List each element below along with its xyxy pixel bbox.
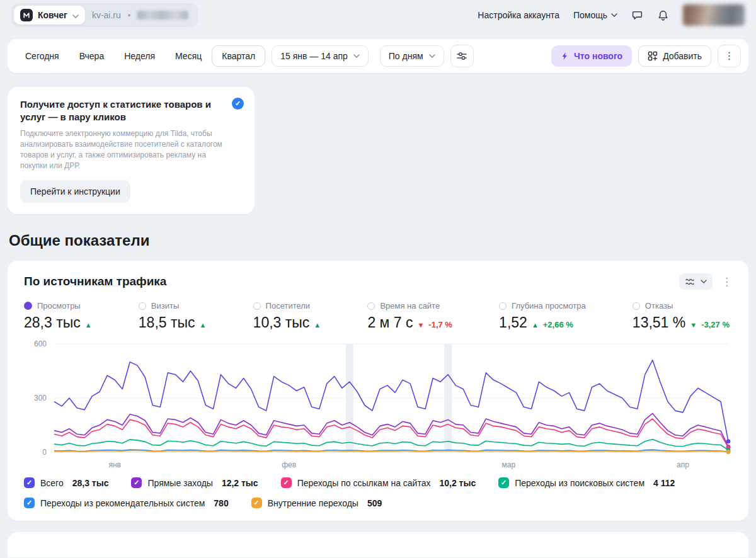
period-tab-1[interactable]: Вчера xyxy=(69,45,115,67)
trend-arrow-icon: ▲ xyxy=(85,321,92,329)
traffic-chart-svg: 0300600янвфевмарапр xyxy=(24,340,732,474)
legend-value: 780 xyxy=(214,498,228,508)
traffic-chart[interactable]: 0300600янвфевмарапр xyxy=(24,340,732,474)
traffic-sources-widget: По источникам трафика ⋮ Просмотры28,3 ты… xyxy=(8,261,748,521)
metric-value: 28,3 тыс▲ xyxy=(24,314,92,331)
metric-tabs: Просмотры28,3 тыс▲Визиты18,5 тыс▲Посетит… xyxy=(24,301,732,331)
period-tabs: СегодняВчераНеделяМесяцКвартал xyxy=(15,45,265,67)
legend-checkbox[interactable]: ✓ xyxy=(251,498,262,508)
metric-tab[interactable]: Отказы13,51 %▼-3,27 % xyxy=(633,301,730,331)
legend-label: Переходы из рекомендательных систем xyxy=(40,498,205,508)
grouping-label: По дням xyxy=(389,51,423,61)
date-range-picker[interactable]: 15 янв — 14 апр xyxy=(272,45,369,67)
metric-value: 18,5 тыс▲ xyxy=(139,314,207,331)
trend-arrow-icon: ▼ xyxy=(690,321,697,329)
whats-new-label: Что нового xyxy=(574,51,622,61)
grouping-select[interactable]: По дням xyxy=(380,45,444,67)
top-bar-right: Настройка аккаунта Помощь xyxy=(478,4,745,26)
svg-text:0: 0 xyxy=(42,448,47,457)
metric-radio[interactable] xyxy=(499,302,507,310)
site-domain[interactable]: kv-ai.ru xyxy=(92,10,121,20)
top-bar: Ковчег kv-ai.ru • Настройка аккаунта Пом… xyxy=(0,0,756,30)
metric-value: 1,52▲+2,66 % xyxy=(499,314,586,331)
trend-arrow-icon: ▲ xyxy=(314,321,321,329)
counter-name: Ковчег xyxy=(38,10,67,20)
metric-tab[interactable]: Просмотры28,3 тыс▲ xyxy=(24,301,92,331)
add-grid-icon xyxy=(648,51,658,61)
period-tab-0[interactable]: Сегодня xyxy=(15,45,69,67)
legend-checkbox[interactable]: ✓ xyxy=(281,477,292,488)
metric-change: -1,7 % xyxy=(428,320,452,329)
svg-text:300: 300 xyxy=(34,394,47,402)
account-settings-link[interactable]: Настройка аккаунта xyxy=(478,10,559,20)
add-widget-button[interactable]: Добавить xyxy=(638,45,711,67)
censored-counter-id xyxy=(137,11,188,20)
legend-item[interactable]: ✓Внутренние переходы509 xyxy=(251,498,382,508)
chat-icon[interactable] xyxy=(631,9,643,21)
legend-value: 28,3 тыс xyxy=(72,478,109,488)
metric-radio[interactable] xyxy=(139,302,146,310)
whats-new-button[interactable]: Что нового xyxy=(551,45,632,67)
metric-value: 13,51 %▼-3,27 % xyxy=(633,314,730,331)
widget-title: По источникам трафика xyxy=(24,275,166,288)
svg-text:фев: фев xyxy=(282,460,296,469)
metric-label: Время на сайте xyxy=(380,301,440,310)
period-tab-3[interactable]: Месяц xyxy=(165,45,212,67)
promo-card: Получите доступ к статистике товаров и у… xyxy=(8,87,255,214)
period-tab-4[interactable]: Квартал xyxy=(212,45,265,67)
metric-tab[interactable]: Время на сайте2 м 7 с▼-1,7 % xyxy=(367,301,452,331)
legend-checkbox[interactable]: ✓ xyxy=(131,477,142,488)
legend-label: Переходы по ссылкам на сайтах xyxy=(297,478,431,488)
user-avatar-blurred[interactable] xyxy=(683,4,745,26)
metric-radio[interactable] xyxy=(367,302,375,310)
kebab-icon: ⋮ xyxy=(721,276,732,288)
next-widget-partial xyxy=(8,532,748,557)
promo-title: Получите доступ к статистике товаров и у… xyxy=(20,98,223,123)
toolbar-kebab-menu[interactable]: ⋮ xyxy=(718,45,741,67)
metric-radio[interactable] xyxy=(253,302,261,310)
svg-text:апр: апр xyxy=(677,460,689,469)
legend-value: 4 112 xyxy=(653,478,675,488)
svg-text:янв: янв xyxy=(108,460,121,469)
period-tab-2[interactable]: Неделя xyxy=(114,45,165,67)
metric-radio[interactable] xyxy=(633,302,640,310)
legend-checkbox[interactable]: ✓ xyxy=(24,477,35,488)
chart-type-selector[interactable] xyxy=(679,273,713,290)
metric-tab[interactable]: Посетители10,3 тыс▲ xyxy=(253,301,321,331)
verified-check-icon: ✓ xyxy=(232,98,244,110)
metric-tab[interactable]: Глубина просмотра1,52▲+2,66 % xyxy=(499,301,586,331)
help-menu[interactable]: Помощь xyxy=(573,10,617,20)
legend-item[interactable]: ✓Прямые заходы12,2 тыс xyxy=(131,477,258,488)
legend-item[interactable]: ✓Переходы из поисковых систем4 112 xyxy=(498,477,675,488)
metric-tab[interactable]: Визиты18,5 тыс▲ xyxy=(139,301,207,331)
svg-text:600: 600 xyxy=(34,340,47,348)
chart-legend: ✓Всего28,3 тыс✓Прямые заходы12,2 тыс✓Пер… xyxy=(24,477,732,508)
legend-item[interactable]: ✓Переходы из рекомендательных систем780 xyxy=(24,498,229,508)
metric-value: 10,3 тыс▲ xyxy=(253,314,321,331)
legend-checkbox[interactable]: ✓ xyxy=(24,498,35,508)
legend-item[interactable]: ✓Всего28,3 тыс xyxy=(24,477,108,488)
segment-filter-button[interactable] xyxy=(450,45,474,67)
notifications-bell-icon[interactable] xyxy=(657,9,669,21)
legend-checkbox[interactable]: ✓ xyxy=(498,477,509,488)
kebab-icon: ⋮ xyxy=(724,50,735,61)
metric-label: Визиты xyxy=(151,301,179,310)
chevron-down-icon xyxy=(72,9,79,21)
breadcrumb-separator: • xyxy=(128,11,131,20)
metric-radio[interactable] xyxy=(24,302,32,310)
section-title: Общие показатели xyxy=(9,232,756,249)
add-widget-label: Добавить xyxy=(663,51,702,61)
widget-kebab-menu[interactable]: ⋮ xyxy=(721,276,732,287)
promo-instruction-button[interactable]: Перейти к инструкции xyxy=(20,180,130,203)
legend-label: Внутренние переходы xyxy=(268,498,358,508)
legend-label: Переходы из поисковых систем xyxy=(515,478,644,488)
lightning-icon xyxy=(561,52,569,60)
counter-switcher[interactable]: Ковчег xyxy=(14,6,85,25)
legend-item[interactable]: ✓Переходы по ссылкам на сайтах10,2 тыс xyxy=(281,477,476,488)
metric-label: Глубина просмотра xyxy=(512,301,586,310)
chevron-down-icon xyxy=(429,54,435,58)
metric-change: -3,27 % xyxy=(701,320,730,329)
metric-label: Отказы xyxy=(645,301,673,310)
promo-body: Подключите электронную коммерцию для Til… xyxy=(20,128,231,171)
legend-value: 10,2 тыс xyxy=(439,478,476,488)
